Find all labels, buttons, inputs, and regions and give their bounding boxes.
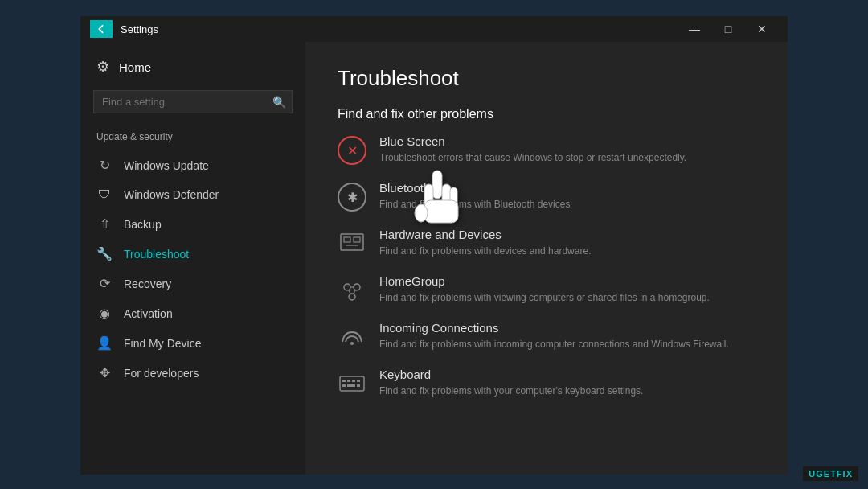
backup-icon: ⇧ (96, 216, 113, 232)
sidebar-item-label: For developers (124, 367, 199, 380)
window-controls: — □ ✕ (678, 17, 778, 41)
list-item: HomeGroup Find and fix problems with vie… (338, 274, 755, 305)
item-desc: Find and fix problems with viewing compu… (379, 290, 710, 305)
svg-point-4 (344, 284, 350, 290)
sidebar-item-label: Backup (124, 218, 162, 231)
sidebar-item-label: Recovery (124, 277, 171, 290)
list-item: ✕ Blue Screen Troubleshoot errors that c… (338, 134, 755, 165)
svg-rect-11 (340, 376, 364, 391)
svg-point-10 (350, 342, 354, 345)
defender-icon: 🛡 (96, 187, 113, 202)
item-name: Keyboard (379, 368, 643, 381)
home-label: Home (119, 60, 151, 74)
list-item: Incoming Connections Find and fix proble… (338, 321, 755, 351)
svg-line-8 (349, 290, 351, 294)
list-item: ✱ Bluetooth Find and fix problems with B… (338, 181, 755, 212)
sidebar-item-label: Windows Update (124, 159, 209, 172)
svg-rect-18 (357, 384, 360, 387)
watermark-text: UGETFIX (809, 469, 853, 479)
svg-line-9 (354, 290, 356, 294)
search-box: 🔍 (93, 90, 293, 113)
watermark: UGETFIX (803, 466, 858, 481)
item-desc: Find and fix problems with incoming comp… (379, 337, 729, 351)
sidebar-item-home[interactable]: ⚙ Home (80, 50, 305, 84)
svg-point-6 (349, 294, 355, 300)
incoming-connections-icon (338, 323, 366, 351)
sidebar-item-label: Windows Defender (124, 188, 219, 201)
minimize-button[interactable]: — (678, 17, 710, 41)
item-desc: Find and fix problems with Bluetooth dev… (379, 197, 570, 212)
activation-icon: ◉ (96, 306, 113, 321)
sidebar-item-recovery[interactable]: ⟳ Recovery (80, 269, 305, 298)
settings-window: Settings — □ ✕ ⚙ Home 🔍 Update & securit… (80, 16, 788, 475)
sidebar-item-windows-defender[interactable]: 🛡 Windows Defender (80, 180, 305, 209)
sidebar-item-for-developers[interactable]: ✥ For developers (80, 358, 305, 388)
item-desc: Find and fix problems with your computer… (379, 384, 643, 398)
list-item: Hardware and Devices Find and fix proble… (338, 228, 755, 258)
hardware-icon (338, 229, 366, 258)
blue-screen-icon: ✕ (338, 136, 366, 165)
item-name: Bluetooth (379, 181, 570, 195)
svg-rect-14 (352, 380, 355, 382)
troubleshoot-icon: 🔧 (96, 246, 113, 261)
sidebar: ⚙ Home 🔍 Update & security ↻ Windows Upd… (80, 42, 305, 475)
svg-rect-16 (342, 384, 346, 387)
sidebar-item-label: Find My Device (124, 337, 201, 350)
gear-icon: ⚙ (96, 58, 109, 76)
svg-point-5 (354, 284, 360, 290)
svg-rect-1 (344, 237, 350, 242)
developers-icon: ✥ (96, 365, 113, 380)
svg-rect-2 (354, 237, 360, 242)
list-item: Keyboard Find and fix problems with your… (338, 368, 755, 398)
svg-rect-12 (342, 380, 346, 382)
update-icon: ↻ (96, 158, 113, 173)
sidebar-item-activation[interactable]: ◉ Activation (80, 298, 305, 328)
window-title: Settings (121, 23, 678, 35)
page-title: Troubleshoot (338, 66, 755, 91)
svg-rect-13 (347, 380, 350, 382)
sidebar-item-label: Troubleshoot (124, 248, 189, 261)
recovery-icon: ⟳ (96, 276, 113, 291)
svg-rect-15 (357, 380, 360, 382)
sidebar-item-troubleshoot[interactable]: 🔧 Troubleshoot (80, 239, 305, 269)
close-button[interactable]: ✕ (746, 17, 778, 41)
content-area: Troubleshoot Find and fix other problems… (305, 42, 788, 475)
sidebar-item-windows-update[interactable]: ↻ Windows Update (80, 150, 305, 180)
item-name: HomeGroup (379, 274, 710, 288)
item-desc: Find and fix problems with devices and h… (379, 244, 591, 258)
find-device-icon: 👤 (96, 335, 113, 351)
main-layout: ⚙ Home 🔍 Update & security ↻ Windows Upd… (80, 42, 788, 475)
item-name: Incoming Connections (379, 321, 729, 335)
sidebar-item-find-my-device[interactable]: 👤 Find My Device (80, 328, 305, 358)
section-label: Update & security (80, 126, 305, 147)
sidebar-item-backup[interactable]: ⇧ Backup (80, 209, 305, 239)
keyboard-icon (338, 369, 366, 398)
search-input[interactable] (93, 90, 293, 113)
item-name: Hardware and Devices (379, 228, 591, 241)
svg-rect-17 (347, 384, 355, 387)
item-desc: Troubleshoot errors that cause Windows t… (379, 150, 686, 165)
titlebar: Settings — □ ✕ (80, 16, 788, 42)
sidebar-item-label: Activation (124, 307, 173, 320)
maximize-button[interactable]: □ (712, 17, 744, 41)
homegroup-icon (338, 276, 366, 305)
bluetooth-icon: ✱ (338, 183, 366, 212)
back-button[interactable] (90, 20, 113, 38)
section-title: Find and fix other problems (338, 107, 755, 121)
item-name: Blue Screen (379, 134, 686, 148)
search-icon: 🔍 (272, 96, 286, 109)
